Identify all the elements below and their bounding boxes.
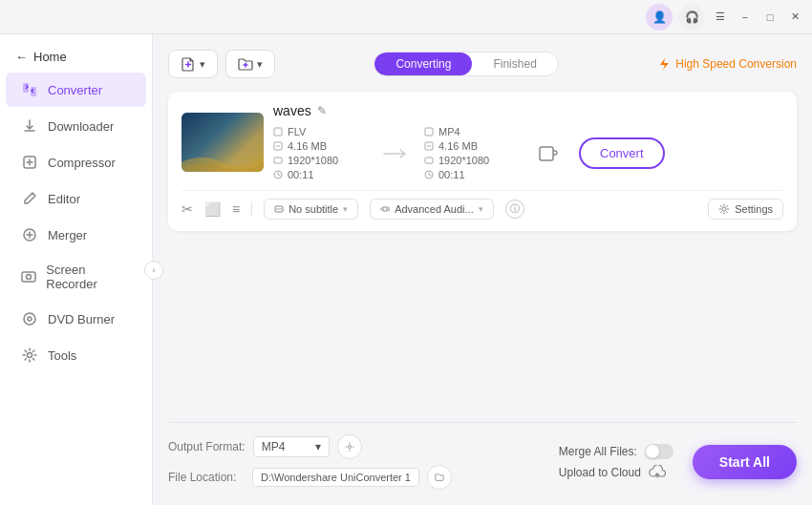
add-file-icon xyxy=(181,56,196,72)
svg-rect-19 xyxy=(540,147,553,160)
file-location-row: File Location: D:\Wondershare UniConvert… xyxy=(168,465,452,490)
tab-finished[interactable]: Finished xyxy=(472,53,557,75)
svg-rect-9 xyxy=(274,128,282,136)
output-resolution: 1920*1080 xyxy=(438,155,489,166)
merger-icon xyxy=(21,226,38,243)
tab-group: Converting Finished xyxy=(374,52,558,76)
file-location-input[interactable]: D:\Wondershare UniConverter 1 xyxy=(252,468,419,487)
output-format-select[interactable]: MP4 ▾ xyxy=(253,436,330,457)
sidebar-item-label: Compressor xyxy=(48,156,116,170)
browse-folder-btn[interactable] xyxy=(427,465,452,490)
output-resolution-row: 1920*1080 xyxy=(424,155,520,166)
back-home-button[interactable]: ← Home xyxy=(0,42,152,72)
add-file-caret: ▾ xyxy=(200,58,205,71)
folder-icon xyxy=(435,472,444,483)
upload-cloud-icon[interactable] xyxy=(649,465,666,480)
sidebar-item-converter[interactable]: Converter xyxy=(6,73,146,107)
output-format-row: Output Format: MP4 ▾ xyxy=(168,434,452,459)
upload-cloud-row: Upload to Cloud xyxy=(559,465,673,480)
converter-icon xyxy=(21,81,38,98)
sidebar-item-merger[interactable]: Merger xyxy=(6,218,146,252)
sidebar-collapse-button[interactable]: › xyxy=(144,261,163,280)
toggle-knob xyxy=(646,445,659,458)
merge-all-row: Merge All Files: xyxy=(559,444,673,459)
add-folder-button[interactable]: ▾ xyxy=(225,50,275,78)
svg-point-5 xyxy=(27,275,32,280)
resolution-icon xyxy=(273,156,283,165)
convert-btn-container: Convert xyxy=(579,137,665,169)
output-meta: MP4 4.16 MB xyxy=(424,126,520,180)
audio-icon xyxy=(380,204,390,214)
downloader-icon xyxy=(21,117,38,135)
format-settings-btn[interactable] xyxy=(337,434,362,459)
file-meta: FLV 4.16 MB xyxy=(273,126,783,180)
file-location-value: D:\Wondershare UniConverter 1 xyxy=(261,472,411,483)
edit-filename-icon[interactable]: ✎ xyxy=(317,104,327,117)
svg-rect-17 xyxy=(425,158,433,163)
output-format-label: Output Format: xyxy=(168,440,246,453)
sidebar-item-downloader[interactable]: Downloader xyxy=(6,109,146,143)
size-icon xyxy=(273,141,283,151)
sidebar-item-label: Converter xyxy=(48,83,102,97)
sidebar-item-editor[interactable]: Editor xyxy=(6,181,146,216)
format-caret: ▾ xyxy=(315,440,321,453)
sidebar-item-tools[interactable]: Tools xyxy=(6,338,146,372)
cut-icon[interactable]: ✂ xyxy=(182,201,193,217)
sidebar-item-dvd-burner[interactable]: DVD Burner xyxy=(6,302,146,336)
sidebar-item-label: DVD Burner xyxy=(48,312,115,326)
content-spacer xyxy=(168,231,797,422)
output-size-row: 4.16 MB xyxy=(424,140,520,152)
sidebar-item-screen-recorder[interactable]: Screen Recorder xyxy=(6,254,146,300)
user-icon[interactable]: 👤 xyxy=(646,4,673,31)
close-button[interactable]: ✕ xyxy=(785,8,804,27)
audio-label: Advanced Audi... xyxy=(395,203,474,215)
output-settings-icon[interactable] xyxy=(529,142,567,165)
lightning-icon xyxy=(657,57,671,71)
sidebar: ← Home Converter Downloader xyxy=(0,34,153,505)
duration-icon xyxy=(273,170,283,179)
support-icon[interactable]: 🎧 xyxy=(678,4,705,31)
subtitle-select[interactable]: No subtitle ▾ xyxy=(264,199,358,220)
svg-rect-14 xyxy=(425,128,433,136)
file-header: waves ✎ FLV xyxy=(182,103,783,180)
tab-converting[interactable]: Converting xyxy=(374,53,472,75)
info-button[interactable]: ⓘ xyxy=(505,200,524,219)
effects-icon[interactable]: ≡ xyxy=(232,201,240,217)
settings-button[interactable]: Settings xyxy=(708,199,783,220)
merge-toggle[interactable] xyxy=(645,444,673,459)
output-config-icon xyxy=(537,142,560,165)
convert-button[interactable]: Convert xyxy=(579,137,665,169)
bottom-bar: Output Format: MP4 ▾ File Location: xyxy=(168,422,797,490)
start-all-button[interactable]: Start All xyxy=(693,445,797,479)
sidebar-item-compressor[interactable]: Compressor xyxy=(6,145,146,179)
subtitle-caret: ▾ xyxy=(343,204,348,214)
add-folder-icon xyxy=(238,56,253,72)
sidebar-item-label: Tools xyxy=(48,348,76,363)
file-name-row: waves ✎ xyxy=(273,103,783,118)
subtitle-label: No subtitle xyxy=(288,203,338,215)
settings-label: Settings xyxy=(735,203,773,215)
file-location-label: File Location: xyxy=(168,471,245,484)
wave-graphic xyxy=(182,148,264,172)
format-icon xyxy=(424,127,434,137)
duration-icon xyxy=(424,170,434,179)
output-size: 4.16 MB xyxy=(438,140,478,152)
arrow-icon xyxy=(382,146,411,161)
sidebar-item-label: Screen Recorder xyxy=(46,263,131,291)
audio-select[interactable]: Advanced Audi... ▾ xyxy=(370,199,494,220)
minimize-button[interactable]: − xyxy=(736,8,755,27)
high-speed-badge: High Speed Conversion xyxy=(657,57,797,71)
source-size: 4.16 MB xyxy=(288,140,327,152)
source-duration-row: 00:11 xyxy=(273,169,369,180)
add-file-button[interactable]: ▾ xyxy=(168,50,218,78)
svg-point-7 xyxy=(28,317,32,321)
file-info: waves ✎ FLV xyxy=(273,103,783,180)
svg-point-6 xyxy=(24,313,35,325)
crop-icon[interactable]: ⬜ xyxy=(204,201,221,217)
file-actions: ✂ ⬜ ≡ No subtitle ▾ xyxy=(182,190,783,220)
format-icon xyxy=(273,127,283,137)
source-duration: 00:11 xyxy=(288,169,314,180)
menu-button[interactable]: ☰ xyxy=(711,8,730,27)
upload-cloud-label: Upload to Cloud xyxy=(559,466,641,479)
maximize-button[interactable]: □ xyxy=(760,8,780,27)
